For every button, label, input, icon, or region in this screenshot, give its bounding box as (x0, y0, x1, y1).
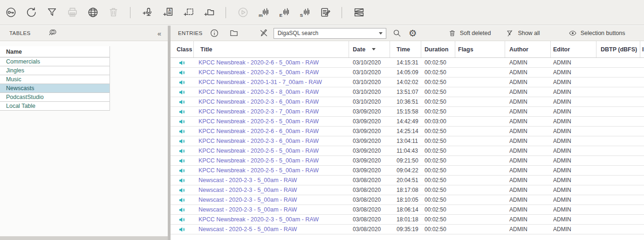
column-header-author[interactable]: Author (505, 41, 551, 57)
table-row[interactable]: KPCC Newsbreak - 2020-2-5 - 5_00am - RAW… (171, 166, 644, 176)
record-new-icon[interactable] (141, 7, 153, 19)
table-row[interactable]: KPCC Newsbreak - 2020-2-5 - 8_00am - RAW… (171, 87, 644, 97)
row-author: ADMIN (505, 128, 551, 134)
filter-icon[interactable] (46, 7, 58, 19)
row-title: KPCC Newsbreak - 2020-2-6 - 5_00am - RAW (194, 59, 349, 66)
svg-text:S: S (300, 13, 303, 18)
show-all-toggle[interactable]: Show all (506, 29, 540, 38)
table-row[interactable]: KPCC Newsbreak - 2020-2-5 - 5_00am - RAW… (171, 156, 644, 166)
table-row[interactable]: KPCC Newsbreak - 2020-2-5 - 5_00am - RAW… (171, 146, 644, 156)
sidebar-table-item[interactable]: Newscasts (0, 84, 110, 93)
column-header-date[interactable]: Date (349, 41, 390, 57)
speaker-icon[interactable] (178, 69, 185, 76)
table-row[interactable]: KPCC Newsbreak - 2020-2-3 - 7_00am - RAW… (171, 107, 644, 117)
table-row[interactable]: Newscast - 2020-2-3 - 5_00am - RAW 03/08… (171, 176, 644, 185)
speaker-icon[interactable] (178, 197, 185, 204)
column-header-class[interactable]: Class (171, 41, 194, 57)
key-icon[interactable] (5, 7, 17, 19)
speaker-icon[interactable] (178, 167, 185, 174)
speaker-icon[interactable] (178, 216, 185, 223)
row-author: ADMIN (505, 226, 551, 233)
speaker-icon[interactable] (178, 187, 185, 194)
row-date: 03/09/2020 (349, 157, 390, 164)
tables-column-header[interactable]: Name (0, 46, 110, 57)
search-icon[interactable] (392, 28, 402, 38)
speaker-icon[interactable] (178, 89, 185, 96)
column-header-dbtp-dbfs-[interactable]: DBTP (dBFS) (596, 41, 640, 57)
editor-s-icon[interactable]: S (298, 7, 310, 19)
table-search-icon[interactable] (48, 28, 58, 38)
row-time: 18:10:05 (390, 197, 421, 203)
new-text-entry-icon[interactable]: A (162, 7, 174, 19)
column-header-i[interactable]: I (640, 41, 644, 57)
refresh-icon[interactable] (25, 7, 37, 19)
column-header-editor[interactable]: Editor (551, 41, 596, 57)
table-row[interactable]: KPCC Newsbreak - 2020-2-3 - 5_00am - RAW… (171, 68, 644, 78)
folder-icon[interactable] (229, 28, 239, 38)
row-editor: ADMIN (551, 108, 596, 115)
column-header-time[interactable]: Time (390, 41, 421, 57)
row-duration: 00:02:50 (421, 69, 455, 76)
digasql-search-input[interactable]: DigaSQL search (274, 28, 386, 39)
multitrack-editor-icon[interactable]: m (257, 7, 269, 19)
sidebar-table-item[interactable]: Local Table (0, 102, 110, 111)
sidebar-scrollbar[interactable] (0, 236, 168, 240)
row-duration: 00:02:50 (421, 187, 455, 193)
row-author: ADMIN (505, 69, 551, 76)
table-row[interactable]: KPCC Newsbreak - 2020-1-31 - 7_00am - RA… (171, 78, 644, 87)
soft-deleted-toggle[interactable]: Soft deleted (448, 29, 491, 38)
play-icon (237, 7, 249, 19)
tables-panel-header: TABLES « (0, 26, 168, 41)
column-header-flags[interactable]: Flags (455, 41, 505, 57)
sidebar-item-label: Local Table (6, 103, 35, 109)
speaker-icon[interactable] (178, 157, 185, 164)
row-title: KPCC Newsbreak - 2020-2-3 - 6_00am - RAW (194, 138, 349, 144)
table-row[interactable]: Newscast - 2020-2-3 - 5_00am - RAW 03/08… (171, 205, 644, 215)
speaker-icon[interactable] (178, 177, 185, 184)
speaker-icon[interactable] (178, 79, 185, 86)
edit-entry-icon[interactable] (319, 7, 331, 19)
speaker-icon[interactable] (178, 118, 185, 125)
sidebar-table-item[interactable]: Commercials (0, 57, 110, 66)
table-row[interactable]: Newscast - 2020-2-5 - 5_00am - RAW 03/08… (171, 225, 644, 234)
gear-icon[interactable]: ⚙ (408, 28, 418, 38)
crossfade-editor-icon[interactable] (353, 7, 365, 19)
new-region-icon[interactable] (182, 7, 194, 19)
table-row[interactable]: KPCC Newsbreak - 2020-2-6 - 6_00am - RAW… (171, 127, 644, 136)
row-editor: ADMIN (551, 79, 596, 85)
collapse-panel-button[interactable]: « (158, 29, 161, 37)
sidebar-table-item[interactable]: PodcastStudio (0, 93, 110, 102)
row-author: ADMIN (505, 108, 551, 115)
table-row[interactable]: KPCC Newsbreak - 2020-2-5 - 5_00am - RAW… (171, 117, 644, 127)
speaker-icon[interactable] (178, 59, 185, 66)
speaker-icon[interactable] (178, 206, 185, 213)
row-duration: 00:02:50 (421, 206, 455, 213)
editor-e-icon[interactable]: E (278, 7, 290, 19)
row-duration: 00:02:50 (421, 89, 455, 95)
table-row[interactable]: KPCC Newsbreak - 2020-2-3 - 5_00am - RAW… (171, 215, 644, 225)
speaker-icon[interactable] (178, 226, 185, 233)
column-header-title[interactable]: Title (194, 41, 349, 57)
new-folder-icon[interactable] (203, 7, 215, 19)
table-row[interactable]: Newscast - 2020-2-3 - 5_00am - RAW 03/08… (171, 185, 644, 195)
table-row[interactable]: KPCC Newsbreak - 2020-2-3 - 6_00am - RAW… (171, 136, 644, 146)
speaker-icon[interactable] (178, 138, 185, 145)
row-date: 03/09/2020 (349, 108, 390, 115)
table-row[interactable]: KPCC Newsbreak - 2020-2-3 - 6_00am - RAW… (171, 97, 644, 107)
selection-buttons-toggle[interactable]: Selection buttons (568, 28, 625, 38)
info-icon[interactable] (209, 28, 219, 38)
column-header-duration[interactable]: Duration (421, 41, 455, 57)
table-row[interactable]: KPCC Newsbreak - 2020-2-6 - 5_00am - RAW… (171, 58, 644, 68)
clear-search-icon[interactable] (259, 28, 269, 38)
speaker-icon[interactable] (178, 148, 185, 155)
sidebar-table-item[interactable]: Jingles (0, 66, 110, 75)
search-dropdown-icon[interactable] (379, 32, 383, 35)
web-icon[interactable] (87, 7, 99, 19)
sidebar-table-item[interactable]: Music (0, 75, 110, 84)
row-class-cell (171, 59, 194, 66)
speaker-icon[interactable] (178, 99, 185, 106)
speaker-icon[interactable] (178, 108, 185, 115)
row-time: 14:42:49 (390, 118, 421, 125)
table-row[interactable]: Newscast - 2020-2-3 - 5_00am - RAW 03/08… (171, 195, 644, 205)
speaker-icon[interactable] (178, 128, 185, 135)
